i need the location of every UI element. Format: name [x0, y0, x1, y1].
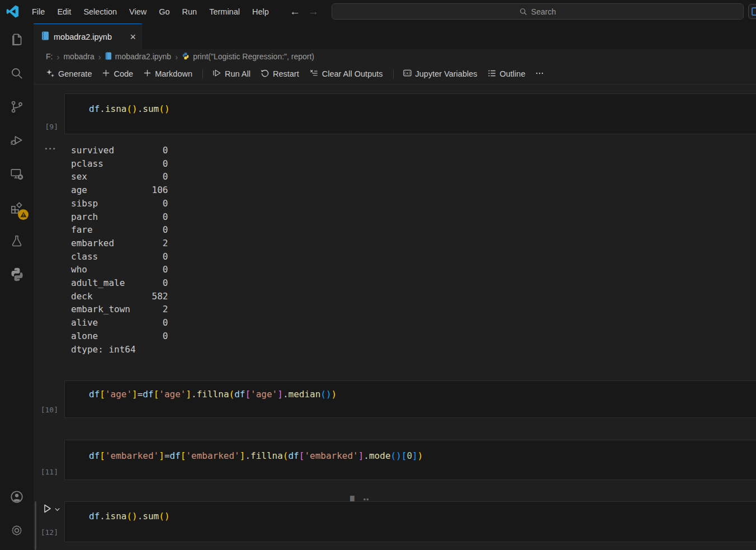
- toolbar-label: Generate: [58, 69, 92, 78]
- run-cell-icon[interactable]: [41, 503, 53, 516]
- chevron-right-icon: ›: [175, 52, 178, 62]
- activity-bar: [0, 23, 34, 550]
- cell-code-editor[interactable]: df.isna().sum(): [64, 93, 756, 134]
- sparkle-icon: [46, 69, 55, 79]
- activity-bar-item-settings[interactable]: [0, 514, 34, 548]
- toolbar-run-all-button[interactable]: Run All: [207, 66, 255, 82]
- cell-code-editor[interactable]: df['embarked']=df['embarked'].fillna(df[…: [64, 440, 756, 480]
- toolbar-separator: [202, 69, 203, 79]
- cell-code: df.isna().sum(): [65, 94, 756, 115]
- editor-area: mobadra2.ipynb × F: › mobadra › mobadra2…: [34, 23, 756, 550]
- activity-bar-item-search[interactable]: [0, 57, 34, 91]
- breadcrumb-folder[interactable]: mobadra: [63, 52, 94, 61]
- toolbar-restart-button[interactable]: Restart: [256, 67, 304, 82]
- menu-item-edit[interactable]: Edit: [51, 5, 77, 18]
- layout-customize-button[interactable]: [748, 4, 756, 19]
- menu-item-run[interactable]: Run: [176, 5, 204, 18]
- chevron-down-icon[interactable]: [54, 505, 60, 514]
- tab-strip: mobadra2.ipynb ×: [34, 23, 756, 49]
- toolbar-label: Clear All Outputs: [322, 69, 383, 78]
- debug-icon: [10, 133, 24, 149]
- toolbar-generate-button[interactable]: Generate: [41, 67, 96, 82]
- account-icon: [10, 490, 24, 506]
- cell-run-control[interactable]: [41, 503, 60, 516]
- activity-bar-item-remote-explorer[interactable]: [0, 158, 34, 191]
- breadcrumb-file[interactable]: mobadra2.ipynb: [105, 52, 171, 62]
- execution-count-label: [10]: [34, 406, 58, 414]
- notebook: مستقل mostaql.com df.isna().sum()[9]···s…: [34, 84, 756, 550]
- cell-code-editor[interactable]: df['age']=df['age'].fillna(df['age'].med…: [64, 380, 756, 418]
- activity-bar-item-testing[interactable]: [0, 225, 34, 258]
- notebook-file-icon: [41, 31, 49, 42]
- cell-code-editor[interactable]: df.isna().sum(): [64, 501, 756, 542]
- notebook-toolbar: GenerateCodeMarkdownRun AllRestartClear …: [34, 64, 756, 84]
- activity-bar-top: [0, 23, 34, 481]
- menu-item-file[interactable]: File: [26, 5, 51, 18]
- breadcrumb-symbol[interactable]: print("Logistic Regression:", report): [182, 52, 314, 62]
- output-options-icon[interactable]: ···: [45, 146, 56, 152]
- activity-bar-item-explorer[interactable]: [0, 23, 34, 57]
- toolbar-code-button[interactable]: Code: [97, 67, 138, 81]
- execution-count-label: [12]: [34, 528, 58, 537]
- vscode-window: FileEditSelectionViewGoRunTerminalHelp ←…: [0, 0, 756, 550]
- search-icon: [519, 8, 527, 16]
- vscode-logo-icon: [6, 5, 19, 18]
- menu-item-terminal[interactable]: Terminal: [203, 5, 246, 18]
- svg-text:(x): (x): [404, 70, 411, 76]
- cell-code: df['embarked']=df['embarked'].fillna(df[…: [65, 440, 756, 462]
- toolbar-jupyter-variables-button[interactable]: (x)Jupyter Variables: [398, 66, 482, 82]
- close-icon[interactable]: ×: [130, 32, 136, 42]
- toolbar-label: Jupyter Variables: [415, 69, 478, 78]
- python-icon: [182, 52, 190, 62]
- activity-bar-bottom: [0, 481, 34, 548]
- chevron-right-icon: ›: [56, 52, 59, 62]
- activity-bar-item-extensions[interactable]: [0, 191, 34, 225]
- toolbar-clear-all-outputs-button[interactable]: Clear All Outputs: [305, 66, 388, 82]
- toolbar-separator: [393, 69, 394, 79]
- focused-cell-indicator[interactable]: [35, 501, 36, 550]
- cell-output: survived 0 pclass 0 sex 0 age 106 sibsp …: [71, 144, 168, 356]
- breadcrumb: F: › mobadra › mobadra2.ipynb › print("L…: [34, 49, 756, 64]
- toolbar-more-actions-button[interactable]: [531, 67, 549, 82]
- menubar: FileEditSelectionViewGoRunTerminalHelp: [26, 0, 275, 23]
- breadcrumb-drive[interactable]: F:: [46, 52, 53, 61]
- gear-icon: [10, 523, 24, 539]
- remote-icon: [10, 167, 24, 183]
- activity-bar-item-accounts[interactable]: [0, 481, 34, 514]
- plus-icon: [102, 69, 110, 79]
- execution-count-label: [11]: [34, 468, 58, 476]
- toolbar-label: Run All: [225, 69, 251, 78]
- activity-bar-item-source-control[interactable]: [0, 91, 34, 124]
- activity-bar-item-run-and-debug[interactable]: [0, 124, 34, 158]
- plus-icon: [143, 69, 152, 79]
- toolbar-outline-button[interactable]: Outline: [483, 67, 530, 82]
- nav-forward-button[interactable]: →: [308, 6, 319, 18]
- tab-mobadra2-ipynb[interactable]: mobadra2.ipynb ×: [34, 23, 142, 49]
- variables-icon: (x): [403, 68, 412, 79]
- execution-count-label: [9]: [34, 123, 58, 131]
- chevron-right-icon: ›: [98, 52, 101, 62]
- python-icon: [10, 267, 25, 284]
- tab-label: mobadra2.ipynb: [54, 32, 112, 41]
- toolbar-label: Outline: [500, 69, 526, 78]
- toolbar-markdown-button[interactable]: Markdown: [139, 67, 197, 81]
- title-bar: FileEditSelectionViewGoRunTerminalHelp ←…: [0, 0, 756, 23]
- menu-item-selection[interactable]: Selection: [77, 5, 123, 18]
- clear-all-icon: [309, 68, 319, 79]
- toolbar-label: Code: [114, 69, 133, 78]
- toolbar-label: Restart: [273, 69, 299, 78]
- toolbar-label: Markdown: [155, 69, 192, 78]
- nav-back-button[interactable]: ←: [290, 6, 300, 18]
- search-placeholder: Search: [531, 7, 556, 16]
- files-icon: [10, 32, 24, 49]
- search-icon: [10, 66, 24, 82]
- command-center-search[interactable]: Search: [332, 3, 744, 20]
- beaker-icon: [10, 234, 24, 250]
- more-icon: [535, 69, 544, 79]
- warning-badge: [18, 209, 29, 220]
- menu-item-view[interactable]: View: [123, 5, 153, 18]
- menu-item-go[interactable]: Go: [153, 5, 176, 18]
- cell-code: df['age']=df['age'].fillna(df['age'].med…: [65, 381, 756, 400]
- menu-item-help[interactable]: Help: [246, 5, 275, 18]
- activity-bar-item-python[interactable]: [0, 258, 34, 292]
